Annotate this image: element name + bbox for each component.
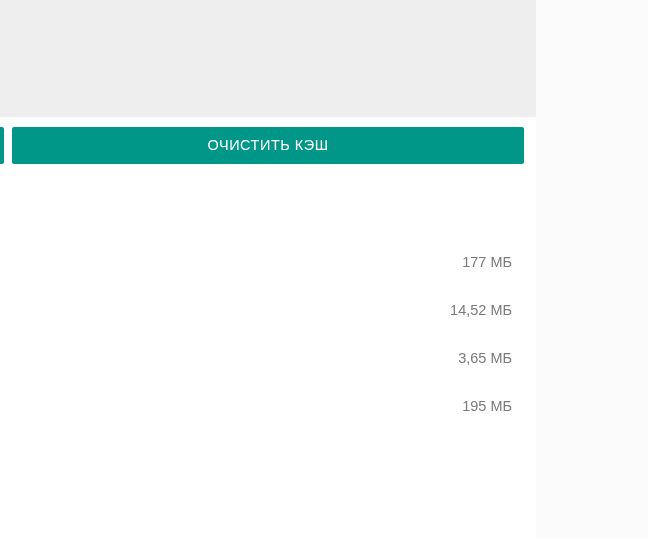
storage-row-data[interactable]: 14,52 МБ xyxy=(0,286,512,334)
button-row: ОЧИСТИТЬ КЭШ xyxy=(0,117,536,174)
storage-row-total[interactable]: 195 МБ xyxy=(0,382,512,430)
storage-breakdown-list: 177 МБ 14,52 МБ 3,65 МБ 195 МБ xyxy=(0,174,536,430)
side-panel xyxy=(536,0,648,539)
storage-row-cache[interactable]: 3,65 МБ xyxy=(0,334,512,382)
secondary-button-edge[interactable] xyxy=(0,127,4,164)
clear-cache-button[interactable]: ОЧИСТИТЬ КЭШ xyxy=(12,127,524,164)
storage-chart-area xyxy=(0,0,536,117)
storage-value: 14,52 МБ xyxy=(450,302,512,318)
storage-value: 3,65 МБ xyxy=(458,350,512,366)
storage-value: 195 МБ xyxy=(462,398,512,414)
main-panel: ОЧИСТИТЬ КЭШ 177 МБ 14,52 МБ 3,65 МБ 195… xyxy=(0,0,536,539)
storage-value: 177 МБ xyxy=(462,254,512,270)
storage-row-app[interactable]: 177 МБ xyxy=(0,238,512,286)
